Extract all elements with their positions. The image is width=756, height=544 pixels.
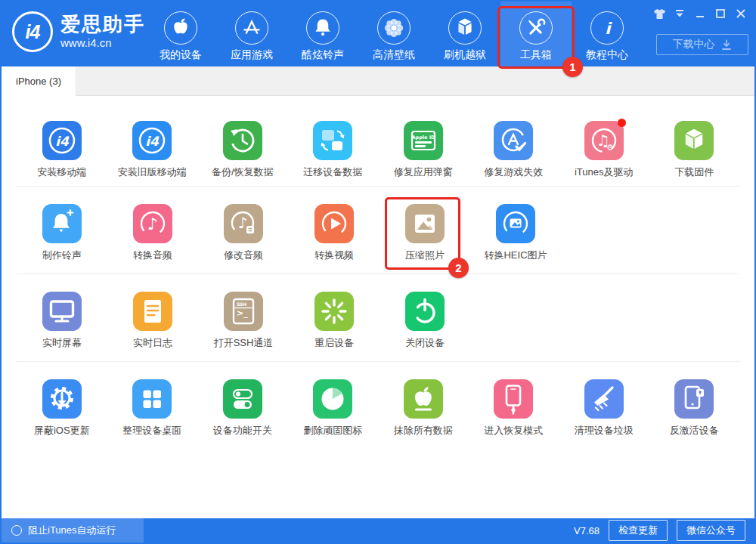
tool-grid-row-1: i4 安装移动端 i4 安装旧版移动端 备份/恢复数据 迁移设: [17, 96, 739, 187]
tool-fix-game-invalid[interactable]: 修复游戏失效: [469, 121, 559, 186]
tool-label: 清理设备垃圾: [575, 424, 634, 437]
backup-restore-icon: [223, 121, 262, 160]
tool-label: 打开SSH通道: [214, 336, 274, 350]
radio-circle-icon[interactable]: [11, 525, 22, 536]
toggles-icon: [223, 379, 262, 419]
tool-delete-stubborn-icons[interactable]: 删除顽固图标: [288, 379, 379, 450]
tool-live-screen[interactable]: 实时屏幕: [17, 292, 107, 361]
tool-compress-photos[interactable]: 压缩照片 2: [380, 204, 470, 274]
download-center-label: 下载中心: [673, 38, 715, 51]
tab-iphone[interactable]: iPhone (3): [2, 66, 76, 96]
tool-make-ringtone[interactable]: 制作铃声: [17, 204, 107, 274]
i4-logo-icon: i4: [42, 121, 82, 160]
itunes-gear-icon: ♫⚙: [584, 121, 624, 160]
tool-install-old-mobile-app[interactable]: i4 安装旧版移动端: [107, 121, 198, 186]
tool-label: 转换HEIC图片: [484, 249, 547, 262]
tool-grid-row-4: 屏蔽iOS更新 整理设备桌面 设备功能开关 删除顽固图标: [17, 362, 739, 450]
maximize-icon[interactable]: [713, 7, 728, 20]
tool-migrate-device-data[interactable]: 迁移设备数据: [288, 121, 379, 186]
tool-itunes-drivers[interactable]: ♫⚙ iTunes及驱动: [559, 121, 649, 186]
block-itunes-autorun-toggle[interactable]: 阻止iTunes自动运行: [2, 518, 144, 542]
recovery-phone-icon: [494, 379, 533, 419]
minimize-icon[interactable]: [692, 7, 708, 20]
desktop-grid-icon: [132, 379, 172, 419]
pie-clock-icon: [313, 379, 352, 419]
tab-bar-filler: [76, 66, 754, 96]
flower-icon: [377, 11, 411, 45]
jailbreak-box-icon: [448, 11, 482, 45]
block-itunes-label: 阻止iTunes自动运行: [28, 524, 116, 537]
nav-flash-jailbreak[interactable]: 刷机越狱: [429, 2, 500, 66]
apple-icon: [164, 11, 197, 45]
tool-label: 抹除所有数据: [394, 424, 453, 437]
tool-shutdown-device[interactable]: 关闭设备: [380, 292, 470, 361]
tool-convert-heic[interactable]: 转换HEIC图片: [470, 204, 561, 274]
tool-label: 整理设备桌面: [122, 424, 181, 437]
nav-wallpapers[interactable]: 高清壁纸: [358, 2, 429, 66]
live-log-icon: [133, 292, 172, 331]
nav-tutorials[interactable]: i 教程中心: [572, 2, 643, 66]
clean-broom-icon: [584, 379, 624, 419]
nav-label: 教程中心: [586, 48, 628, 62]
tool-label: 删除顽固图标: [303, 424, 362, 437]
tool-block-ios-update[interactable]: 屏蔽iOS更新: [17, 379, 107, 450]
video-convert-icon: [314, 204, 354, 243]
tool-download-firmware[interactable]: 下载固件: [649, 121, 740, 186]
tool-label: 屏蔽iOS更新: [34, 424, 90, 437]
tool-label: 制作铃声: [42, 249, 82, 262]
tool-open-ssh[interactable]: SSH>_ 打开SSH通道: [198, 292, 289, 361]
tool-enter-recovery-mode[interactable]: 进入恢复模式: [469, 379, 559, 450]
tool-label: 转换视频: [314, 249, 354, 262]
nav-toolbox[interactable]: 工具箱 1: [500, 2, 572, 66]
tool-convert-video[interactable]: 转换视频: [289, 204, 380, 274]
nav-ringtones[interactable]: 酷炫铃声: [287, 2, 358, 66]
tool-deactivate-device[interactable]: 反激活设备: [649, 379, 740, 450]
tool-device-feature-switch[interactable]: 设备功能开关: [197, 379, 288, 450]
tool-backup-restore[interactable]: 备份/恢复数据: [197, 121, 288, 186]
skin-icon[interactable]: [652, 7, 667, 20]
nav-label: 应用游戏: [231, 48, 273, 62]
window-controls: [652, 7, 748, 20]
main-nav: 我的设备 应用游戏 酷炫铃声 高清壁纸: [145, 2, 643, 66]
version-label: V7.68: [574, 525, 600, 536]
tool-label: 安装旧版移动端: [118, 165, 187, 179]
ssh-terminal-icon: SSH>_: [224, 292, 263, 331]
nav-label: 酷炫铃声: [302, 48, 344, 62]
reboot-rays-icon: [314, 292, 354, 331]
wechat-official-button[interactable]: 微信公众号: [677, 520, 745, 541]
apple-id-text: Apple ID: [411, 134, 435, 141]
close-icon[interactable]: [733, 7, 748, 20]
info-icon: i: [590, 11, 624, 45]
tool-label: 反激活设备: [670, 424, 719, 437]
tool-label: 迁移设备数据: [303, 165, 362, 179]
ringtone-bell-icon: [42, 204, 82, 243]
deactivate-tablet-icon: [674, 379, 714, 419]
tool-erase-all-data[interactable]: 抹除所有数据: [378, 379, 469, 450]
tool-organize-desktop[interactable]: 整理设备桌面: [107, 379, 198, 450]
power-off-icon: [405, 292, 445, 331]
tool-edit-audio[interactable]: ♪ 修改音频: [198, 204, 289, 274]
app-window: i4 爱思助手 www.i4.cn 我的设备 应用游戏: [0, 0, 756, 544]
tool-install-mobile-app[interactable]: i4 安装移动端: [17, 121, 107, 186]
nav-my-devices[interactable]: 我的设备: [145, 2, 216, 66]
app-logo[interactable]: i4 爱思助手 www.i4.cn: [12, 11, 145, 52]
tool-convert-audio[interactable]: ♪ 转换音频: [107, 204, 198, 274]
download-center-button[interactable]: 下载中心: [656, 34, 748, 55]
download-icon: [720, 39, 733, 51]
apple-id-card-icon: Apple ID: [404, 121, 443, 160]
tool-label: 安装移动端: [37, 165, 86, 179]
tool-reboot-device[interactable]: 重启设备: [289, 292, 380, 361]
tool-label: 转换音频: [133, 249, 172, 262]
live-screen-icon: [42, 292, 82, 331]
tool-fix-app-popup[interactable]: Apple ID 修复应用弹窗: [378, 121, 469, 186]
check-update-button[interactable]: 检查更新: [609, 520, 668, 541]
tool-live-log[interactable]: 实时日志: [107, 292, 198, 361]
tool-clean-device-junk[interactable]: 清理设备垃圾: [559, 379, 649, 450]
tool-label: 修改音频: [224, 249, 263, 262]
svg-text:♪: ♪: [147, 215, 158, 233]
annotation-step-1-badge: 1: [562, 57, 583, 77]
nav-apps-games[interactable]: 应用游戏: [216, 2, 287, 66]
annotation-step-2-badge: 2: [448, 258, 469, 278]
collapse-menu-icon[interactable]: [672, 7, 687, 20]
appstore-icon: [235, 11, 268, 45]
